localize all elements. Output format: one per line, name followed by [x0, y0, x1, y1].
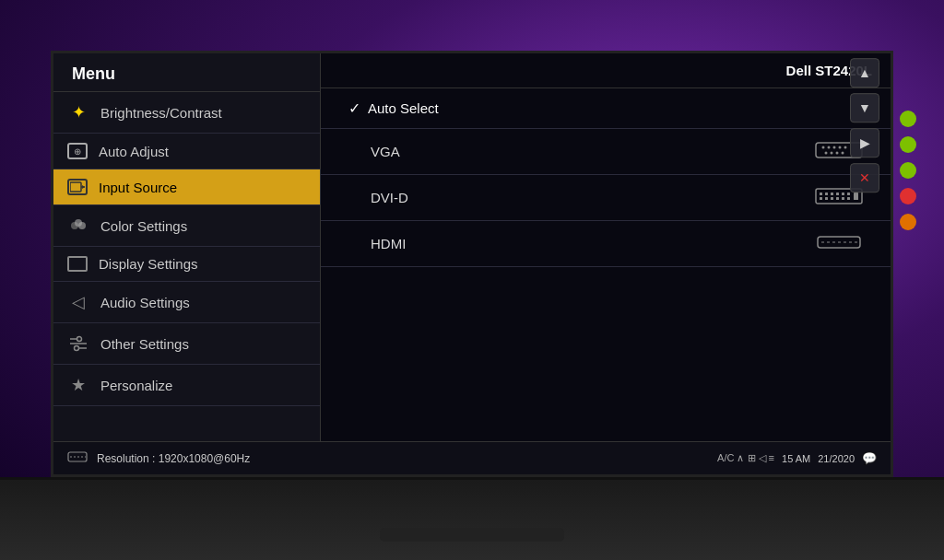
nav-up-icon: ▲: [858, 65, 871, 80]
svg-rect-0: [70, 182, 81, 192]
content-items: ✓ Auto Select VGA: [321, 88, 891, 441]
svg-point-15: [839, 146, 842, 149]
svg-rect-29: [825, 197, 828, 200]
svg-rect-30: [831, 197, 833, 200]
nav-right-button[interactable]: ▶: [850, 128, 879, 158]
menu-item-label-audio-settings: Audio Settings: [100, 295, 190, 310]
status-icons: A/C ∧ ⊞ ◁ ≡: [717, 452, 774, 464]
svg-point-12: [822, 146, 825, 149]
svg-rect-23: [825, 192, 828, 195]
monitor-stand: [380, 528, 564, 542]
physical-btn-4[interactable]: [900, 188, 916, 204]
svg-rect-33: [847, 197, 850, 200]
menu-item-auto-adjust[interactable]: ⊕ Auto Adjust: [53, 134, 320, 169]
menu-item-other-settings[interactable]: Other Settings: [53, 323, 320, 365]
svg-point-19: [836, 152, 839, 155]
menu-item-label-display-settings: Display Settings: [99, 256, 198, 272]
content-header: Dell ST2420L: [321, 53, 891, 88]
display-settings-icon: [67, 256, 88, 272]
nav-down-icon: ▼: [858, 100, 871, 115]
svg-marker-2: [82, 185, 85, 189]
hdmi-connector-icon: [815, 232, 863, 255]
other-icon-svg: [68, 335, 88, 352]
audio-settings-icon: ◁: [67, 291, 89, 313]
content-row-vga[interactable]: VGA: [321, 129, 891, 175]
menu-item-audio-settings[interactable]: ◁ Audio Settings: [53, 282, 320, 323]
hdmi-svg: [815, 232, 863, 252]
input-source-icon: [67, 179, 88, 195]
hdmi-label: HDMI: [348, 236, 815, 251]
nav-up-button[interactable]: ▲: [850, 58, 879, 88]
menu-item-label-color-settings: Color Settings: [100, 218, 187, 234]
svg-point-13: [828, 146, 831, 149]
nav-down-button[interactable]: ▼: [850, 93, 879, 122]
color-settings-icon: [67, 215, 89, 237]
svg-rect-26: [842, 192, 844, 195]
physical-btn-3[interactable]: [900, 162, 916, 179]
monitor-screen: Menu ✦ Brightness/Contrast ⊕ Auto Adjust: [51, 51, 893, 477]
nav-buttons-panel: ▲ ▼ ▶ ✕: [850, 58, 879, 192]
other-settings-icon: [67, 332, 89, 355]
input-icon-svg: [70, 181, 85, 192]
osd-overlay: Menu ✦ Brightness/Contrast ⊕ Auto Adjust: [53, 53, 891, 474]
check-mark-icon: ✓: [348, 99, 360, 117]
nav-right-icon: ▶: [860, 135, 870, 150]
svg-rect-32: [842, 197, 844, 200]
svg-rect-25: [836, 192, 839, 195]
content-panel: Dell ST2420L ✓ Auto Select VGA: [321, 53, 891, 441]
status-connector-icon: [67, 450, 88, 463]
svg-point-9: [77, 337, 82, 342]
menu-item-label-auto-adjust: Auto Adjust: [99, 144, 169, 159]
menu-item-display-settings[interactable]: Display Settings: [53, 247, 320, 282]
physical-btn-2[interactable]: [900, 136, 916, 153]
vga-label: VGA: [348, 144, 815, 159]
menu-item-input-source[interactable]: Input Source: [53, 169, 320, 205]
content-row-auto-select[interactable]: ✓ Auto Select: [321, 88, 891, 129]
content-row-dvi[interactable]: DVI-D: [321, 175, 891, 221]
nav-close-icon: ✕: [859, 170, 870, 185]
menu-item-color-settings[interactable]: Color Settings: [53, 205, 320, 247]
status-bar: Resolution : 1920x1080@60Hz A/C ∧ ⊞ ◁ ≡ …: [53, 441, 891, 474]
hdmi-small-icon: [67, 450, 88, 466]
color-icon-svg: [68, 216, 88, 235]
menu-item-label-brightness: Brightness/Contrast: [100, 105, 222, 121]
content-row-hdmi[interactable]: HDMI: [321, 221, 891, 267]
menu-item-brightness[interactable]: ✦ Brightness/Contrast: [53, 92, 320, 134]
svg-point-20: [842, 152, 844, 155]
svg-point-17: [825, 152, 828, 155]
menu-item-personalize[interactable]: ★ Personalize: [53, 365, 320, 406]
svg-rect-31: [836, 197, 839, 200]
resolution-label: Resolution : 1920x1080@60Hz: [97, 452, 250, 465]
status-right-area: A/C ∧ ⊞ ◁ ≡ 15 AM 21/2020 💬: [717, 451, 877, 465]
auto-adjust-icon: ⊕: [67, 143, 88, 159]
svg-point-16: [844, 146, 847, 149]
menu-panel: Menu ✦ Brightness/Contrast ⊕ Auto Adjust: [53, 53, 321, 441]
physical-btn-5[interactable]: [900, 214, 916, 230]
physical-buttons: [900, 111, 916, 230]
svg-point-14: [833, 146, 836, 149]
svg-point-5: [75, 219, 82, 227]
physical-btn-1[interactable]: [900, 111, 916, 127]
svg-rect-27: [847, 192, 850, 195]
svg-point-18: [831, 152, 833, 155]
personalize-icon: ★: [67, 374, 89, 396]
chat-icon: 💬: [862, 451, 877, 465]
menu-item-label-input-source: Input Source: [99, 180, 177, 195]
menu-item-label-personalize: Personalize: [100, 378, 172, 393]
status-time: 15 AM: [782, 453, 810, 464]
brightness-icon: ✦: [67, 101, 89, 123]
auto-select-label: Auto Select: [368, 100, 863, 116]
monitor-bezel-bottom: [0, 477, 944, 560]
nav-close-button[interactable]: ✕: [850, 163, 879, 192]
svg-rect-28: [820, 197, 822, 200]
menu-item-label-other-settings: Other Settings: [100, 336, 189, 352]
dvi-label: DVI-D: [348, 190, 815, 205]
status-date: 21/2020: [818, 453, 855, 464]
osd-main: Menu ✦ Brightness/Contrast ⊕ Auto Adjust: [53, 53, 891, 441]
svg-rect-34: [854, 192, 858, 200]
svg-rect-22: [820, 192, 822, 195]
menu-title: Menu: [53, 53, 320, 92]
svg-rect-24: [831, 192, 833, 195]
svg-point-10: [75, 346, 79, 351]
